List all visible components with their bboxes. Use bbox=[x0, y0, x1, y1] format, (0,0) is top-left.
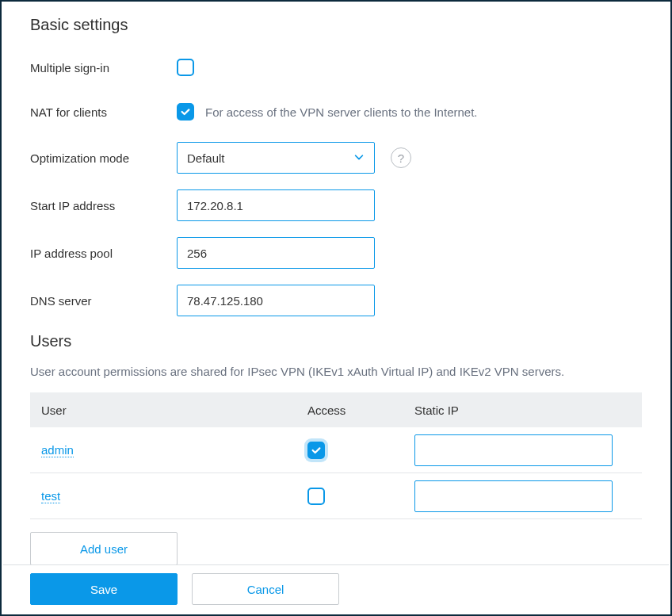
start-ip-input[interactable] bbox=[177, 189, 375, 221]
optimization-select[interactable]: Default bbox=[177, 142, 375, 174]
cancel-button[interactable]: Cancel bbox=[192, 573, 339, 605]
static-ip-input-admin[interactable] bbox=[414, 434, 613, 466]
start-ip-label: Start IP address bbox=[30, 199, 177, 212]
ip-pool-input[interactable] bbox=[177, 237, 375, 269]
row-nat: NAT for clients For access of the VPN se… bbox=[30, 98, 642, 126]
users-title: Users bbox=[30, 332, 642, 350]
save-button[interactable]: Save bbox=[30, 573, 178, 605]
users-table-header: User Access Static IP bbox=[30, 392, 642, 427]
col-header-access: Access bbox=[307, 404, 414, 417]
nat-hint: For access of the VPN server clients to … bbox=[205, 105, 477, 119]
chevron-down-icon bbox=[353, 151, 365, 165]
access-checkbox-admin[interactable] bbox=[307, 442, 325, 459]
users-table: User Access Static IP admin test bbox=[30, 392, 642, 519]
user-link-admin[interactable]: admin bbox=[41, 443, 74, 457]
row-multiple-signin: Multiple sign-in bbox=[30, 53, 642, 82]
col-header-static-ip: Static IP bbox=[414, 404, 642, 417]
row-start-ip: Start IP address bbox=[30, 189, 642, 221]
dns-input[interactable] bbox=[177, 285, 375, 316]
table-row: admin bbox=[30, 427, 642, 473]
row-optimization: Optimization mode Default ? bbox=[30, 142, 642, 174]
multiple-signin-checkbox[interactable] bbox=[177, 59, 194, 76]
help-icon[interactable]: ? bbox=[391, 147, 411, 168]
nat-checkbox[interactable] bbox=[177, 103, 194, 121]
nat-label: NAT for clients bbox=[30, 105, 177, 119]
users-description: User account permissions are shared for … bbox=[30, 365, 642, 378]
col-header-user: User bbox=[30, 404, 307, 417]
optimization-value: Default bbox=[187, 151, 225, 165]
static-ip-input-test[interactable] bbox=[414, 480, 613, 512]
table-row: test bbox=[30, 473, 642, 519]
ip-pool-label: IP address pool bbox=[30, 247, 177, 260]
multiple-signin-label: Multiple sign-in bbox=[30, 61, 177, 75]
optimization-label: Optimization mode bbox=[30, 151, 177, 165]
footer: Save Cancel bbox=[3, 564, 669, 613]
user-link-test[interactable]: test bbox=[41, 489, 60, 503]
row-dns: DNS server bbox=[30, 285, 642, 316]
access-checkbox-test[interactable] bbox=[307, 488, 325, 505]
basic-settings-title: Basic settings bbox=[30, 16, 642, 34]
dns-label: DNS server bbox=[30, 294, 177, 308]
row-ip-pool: IP address pool bbox=[30, 237, 642, 269]
add-user-button[interactable]: Add user bbox=[30, 532, 178, 565]
